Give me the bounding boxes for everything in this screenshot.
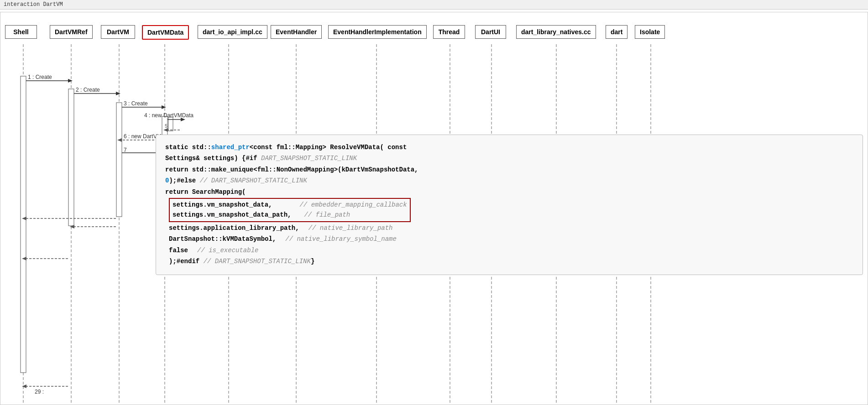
svg-text:3 : Create: 3 : Create: [124, 100, 148, 107]
code-line-8: settings.application_library_path, // na…: [169, 223, 853, 233]
svg-marker-41: [70, 225, 74, 228]
svg-marker-39: [22, 217, 26, 220]
lifeline-Isolate: Isolate: [635, 25, 665, 39]
svg-text:4 : new DartVMData: 4 : new DartVMData: [144, 112, 193, 119]
svg-text:29 :: 29 :: [35, 389, 44, 395]
svg-marker-18: [68, 79, 73, 83]
lifeline-dart-library: dart_library_natives.cc: [516, 25, 596, 39]
code-popup: static std::shared_ptr<const fml::Mappin…: [156, 135, 863, 275]
svg-rect-14: [116, 103, 122, 217]
code-line-10: false // is_executable: [169, 245, 853, 255]
svg-rect-13: [68, 89, 74, 226]
title-bar: interaction DartVM: [0, 0, 868, 10]
svg-text:7: 7: [124, 147, 127, 153]
svg-marker-21: [116, 92, 120, 95]
lifeline-DartVM: DartVM: [101, 25, 135, 39]
code-line-6: settings.vm_snapshot_data, // embedder_m…: [173, 200, 407, 210]
svg-rect-16: [168, 117, 173, 131]
code-line-5: return SearchMapping(: [165, 187, 853, 197]
svg-rect-12: [21, 76, 26, 373]
lifeline-Shell: Shell: [5, 25, 37, 39]
code-line-9: DartSnapshot::kVMDataSymbol, // native_l…: [169, 234, 853, 244]
lifeline-DartUI: DartUI: [475, 25, 506, 39]
code-line-11: );#endif // DART_SNAPSHOT_STATIC_LINK}: [169, 256, 853, 266]
lifeline-Thread: Thread: [433, 25, 465, 39]
diagram-area: Shell DartVMRef DartVM DartVMData dart_i…: [0, 12, 868, 405]
svg-text:1 : Create: 1 : Create: [28, 74, 52, 80]
lifeline-DartVMRef: DartVMRef: [50, 25, 93, 39]
code-line-1: static std::shared_ptr<const fml::Mappin…: [165, 142, 853, 152]
lifeline-dart-io: dart_io_api_impl.cc: [198, 25, 267, 39]
code-line-3: return std::make_unique<fml::NonOwnedMap…: [165, 165, 853, 175]
svg-marker-24: [162, 105, 166, 109]
lifeline-EventHandler: EventHandler: [271, 25, 322, 39]
code-line-4: 0);#else // DART_SNAPSHOT_STATIC_LINK: [165, 176, 853, 186]
code-line-2: Settings& settings) {#if DART_SNAPSHOT_S…: [165, 153, 853, 163]
svg-marker-45: [22, 384, 26, 388]
diagram-title: interaction DartVM: [4, 1, 63, 8]
code-highlighted-block: settings.vm_snapshot_data, // embedder_m…: [169, 198, 411, 222]
svg-text:5: 5: [165, 123, 167, 129]
svg-text:2 : Create: 2 : Create: [76, 87, 100, 93]
svg-marker-43: [22, 257, 26, 260]
svg-marker-27: [181, 118, 185, 121]
lifeline-DartVMData: DartVMData: [142, 25, 189, 40]
lifeline-dart: dart: [606, 25, 627, 39]
code-line-7: settings.vm_snapshot_data_path, // file_…: [173, 210, 407, 220]
svg-marker-30: [163, 128, 168, 132]
lifeline-EventHandlerImpl: EventHandlerImplementation: [328, 25, 427, 39]
svg-marker-33: [117, 138, 122, 142]
